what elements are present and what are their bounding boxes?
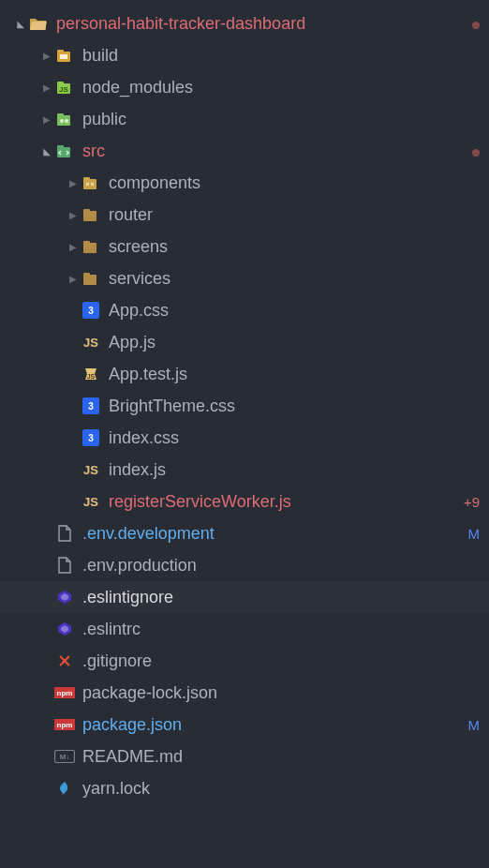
tree-item-yarnlock[interactable]: ▶yarn.lock — [0, 772, 489, 804]
tree-item-envdev[interactable]: ▶.env.developmentM — [0, 517, 489, 549]
svg-text:JS: JS — [83, 463, 98, 477]
tree-item-label: .env.production — [82, 556, 480, 576]
eslint-icon — [54, 621, 75, 637]
svg-text:JS: JS — [87, 373, 96, 380]
chevron-right-icon[interactable]: ▶ — [66, 178, 81, 188]
tree-item-label: README.md — [82, 747, 480, 767]
tree-item-label: services — [109, 269, 480, 289]
svg-text:3: 3 — [88, 433, 94, 443]
svg-point-8 — [60, 119, 64, 123]
folder-closed-icon — [81, 207, 101, 222]
tree-item-label: App.test.js — [109, 365, 480, 384]
svg-text:M↓: M↓ — [60, 753, 70, 761]
tree-item-envprod[interactable]: ▶.env.production — [0, 549, 489, 581]
css-icon: 3 — [81, 302, 101, 319]
svg-rect-2 — [60, 54, 67, 59]
modified-dot-icon — [472, 16, 480, 32]
tree-item-eslintignore[interactable]: ▶.eslintignore — [0, 581, 489, 613]
tree-item-appcss[interactable]: ▶3App.css — [0, 294, 489, 326]
tree-item-pkg[interactable]: ▶npmpackage.jsonM — [0, 709, 489, 741]
chevron-right-icon[interactable]: ▶ — [66, 242, 81, 252]
tree-item-bright[interactable]: ▶3BrightTheme.css — [0, 390, 489, 422]
file-tree: ◢personal-habit-tracker-dashboard▶build▶… — [0, 7, 489, 804]
chevron-down-icon[interactable]: ◢ — [39, 146, 54, 157]
chevron-right-icon[interactable]: ▶ — [66, 274, 81, 284]
tree-item-eslintrc[interactable]: ▶.eslintrc — [0, 613, 489, 645]
tree-item-readme[interactable]: ▶M↓README.md — [0, 741, 489, 772]
svg-rect-11 — [57, 145, 64, 149]
vcs-status-badge: +9 — [464, 494, 480, 510]
md-icon: M↓ — [54, 750, 75, 763]
eslint-icon — [54, 589, 75, 606]
folder-public-icon — [54, 112, 75, 127]
vcs-status-badge: M — [468, 526, 481, 542]
tree-item-label: package-lock.json — [82, 683, 480, 703]
svg-text:3: 3 — [88, 401, 94, 412]
svg-rect-21 — [83, 273, 90, 277]
file-icon — [54, 557, 75, 574]
tree-item-node_modules[interactable]: ▶JSnode_modules — [0, 71, 489, 103]
svg-text:3: 3 — [88, 306, 94, 316]
tree-item-indexjs[interactable]: ▶JSindex.js — [0, 454, 489, 486]
tree-item-label: App.js — [109, 333, 480, 352]
tree-item-label: index.css — [109, 428, 480, 448]
js-icon: JS — [81, 493, 101, 510]
tree-item-indexcss[interactable]: ▶3index.css — [0, 422, 489, 454]
tree-item-label: components — [109, 173, 480, 193]
yarn-icon — [54, 780, 75, 797]
svg-point-9 — [65, 119, 68, 123]
chevron-right-icon[interactable]: ▶ — [39, 114, 54, 125]
chevron-right-icon[interactable]: ▶ — [39, 82, 54, 93]
tree-item-label: src — [82, 142, 465, 161]
tree-item-label: personal-habit-tracker-dashboard — [56, 14, 465, 34]
tree-item-public[interactable]: ▶public — [0, 103, 489, 135]
file-icon — [54, 525, 75, 542]
tree-item-components[interactable]: ▶components — [0, 167, 489, 199]
folder-open-mod-icon — [28, 16, 49, 31]
svg-rect-1 — [57, 50, 64, 53]
tree-item-apptest[interactable]: ▶JSApp.test.js — [0, 358, 489, 390]
tree-item-appjs[interactable]: ▶JSApp.js — [0, 326, 489, 358]
git-icon — [54, 652, 75, 669]
svg-point-38 — [63, 659, 67, 663]
tree-item-label: .gitignore — [82, 651, 480, 671]
tree-item-router[interactable]: ▶router — [0, 199, 489, 231]
svg-text:JS: JS — [59, 85, 68, 94]
tree-item-label: screens — [109, 237, 480, 257]
tree-item-services[interactable]: ▶services — [0, 262, 489, 294]
svg-rect-15 — [91, 183, 94, 186]
tree-item-src[interactable]: ◢src — [0, 135, 489, 167]
tree-item-build[interactable]: ▶build — [0, 39, 489, 71]
npm-icon: npm — [54, 719, 75, 730]
tree-item-label: registerServiceWorker.js — [109, 492, 456, 512]
tree-item-label: build — [82, 46, 480, 66]
svg-rect-13 — [83, 177, 90, 181]
svg-text:npm: npm — [57, 721, 73, 729]
tree-item-label: App.css — [109, 301, 480, 321]
modified-dot-icon — [472, 143, 480, 159]
vcs-status-badge: M — [468, 717, 481, 733]
tree-item-screens[interactable]: ▶screens — [0, 231, 489, 262]
tree-item-rsw[interactable]: ▶JSregisterServiceWorker.js+9 — [0, 486, 489, 517]
tree-item-root[interactable]: ◢personal-habit-tracker-dashboard — [0, 7, 489, 39]
svg-text:JS: JS — [83, 495, 98, 509]
folder-closed-icon — [81, 271, 101, 286]
svg-rect-17 — [83, 209, 90, 213]
tree-item-label: node_modules — [82, 78, 480, 97]
jstest-icon: JS — [81, 366, 101, 382]
tree-item-pkglock[interactable]: ▶npmpackage-lock.json — [0, 677, 489, 709]
chevron-down-icon[interactable]: ◢ — [13, 19, 28, 29]
css-icon: 3 — [81, 397, 101, 414]
tree-item-label: index.js — [109, 460, 480, 480]
js-icon: JS — [81, 461, 101, 478]
tree-item-label: .eslintignore — [82, 588, 480, 607]
css-icon: 3 — [81, 429, 101, 446]
tree-item-gitignore[interactable]: ▶.gitignore — [0, 645, 489, 677]
js-icon: JS — [81, 334, 101, 351]
chevron-right-icon[interactable]: ▶ — [66, 210, 81, 220]
tree-item-label: .env.development — [82, 524, 461, 544]
folder-closed-y-icon — [81, 175, 101, 190]
chevron-right-icon[interactable]: ▶ — [39, 51, 54, 61]
folder-node-icon: JS — [54, 80, 75, 95]
svg-text:npm: npm — [57, 689, 73, 697]
